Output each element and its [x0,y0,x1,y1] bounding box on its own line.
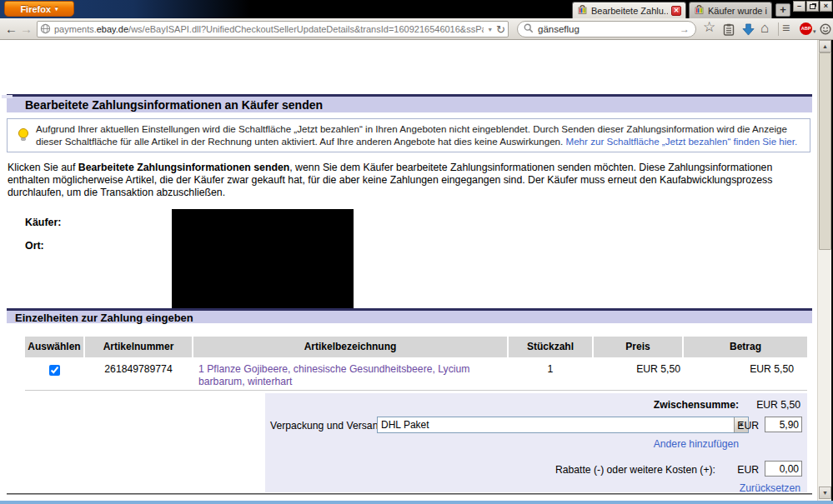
url-dropdown-button[interactable]: ▼ [487,27,493,32]
close-button[interactable]: × [820,1,832,12]
notice-link[interactable]: Mehr zur Schaltfläche „Jetzt bezahlen“ f… [566,136,798,147]
toolbar-separator [778,22,779,36]
url-domain: ebay.de [97,24,128,34]
scroll-down-button[interactable]: ▼ [819,487,831,499]
cell-price: EUR 5,50 [594,357,682,390]
scroll-up-button[interactable]: ▲ [819,40,831,52]
scrollbar-thumb[interactable] [819,52,831,250]
tab-bearbeitete-zahlungsinformationen[interactable]: Bearbeitete Zahlu... ✕ [572,2,686,18]
shipping-method-select[interactable]: DHL Paket ▼ [377,417,749,433]
discount-label: Rabatte (-) oder weitere Kosten (+): [555,464,715,476]
back-button[interactable]: ← [5,22,18,37]
bookmark-star-icon[interactable]: ☆ [703,20,715,35]
tab-title: Käufer wurde infor... [708,6,767,16]
restore-icon [810,4,815,9]
header-artikelbezeichnung: Artikelbezeichnung [193,337,507,357]
buyer-label: Käufer: [25,217,61,228]
search-input-value[interactable]: gänseflug [538,24,675,34]
header-preis: Preis [594,337,682,357]
bookmarks-list-icon[interactable] [723,23,735,39]
firefox-button-label: Firefox [20,4,51,14]
shipping-method-value: DHL Paket [378,419,734,431]
search-go-button[interactable]: → [680,23,690,35]
downloads-icon[interactable] [742,23,755,39]
chevron-down-icon: ▾ [55,6,58,12]
select-item-checkbox[interactable] [49,365,60,376]
currency-label: EUR [737,420,759,432]
cell-select [25,357,83,390]
lightbulb-icon [18,127,29,147]
reload-button[interactable]: ↻ [496,24,505,35]
tab-close-button[interactable]: ✕ [671,6,681,16]
table-row: 261849789774 1 Pflanze Gojibeere, chines… [25,357,807,391]
currency-label: EUR [737,464,759,476]
vertical-scrollbar[interactable]: ▲ ▼ [817,40,831,501]
heading-dash [2,95,13,98]
shipping-cost-input[interactable] [765,417,802,432]
cell-item-title: 1 Pflanze Gojibeere, chinesische Gesundh… [193,357,507,390]
header-stueckzahl: Stückzahl [509,337,592,357]
adblock-plus-icon[interactable]: ABP [800,22,812,35]
location-label: Ort: [25,240,44,252]
url-text: payments.ebay.de/ws/eBayISAPI.dll?Unifie… [54,24,484,34]
window-controls: – × [793,1,832,12]
ebay-favicon [577,4,588,17]
search-icon [524,23,534,35]
header-betrag: Betrag [684,337,807,357]
bottom-divider [7,493,812,495]
payment-summary-panel: Zwischensumme: EUR 5,50 Verpackung und V… [265,393,807,492]
url-prefix: payments. [54,24,97,34]
window-bottom-frame [0,501,833,504]
redacted-buyer-info [172,209,354,308]
subtotal-label: Zwischensumme: [654,399,739,411]
discount-input[interactable] [765,461,802,477]
titlebar: Firefox ▾ Bearbeitete Zahlu... ✕ [0,0,833,18]
tab-title: Bearbeitete Zahlu... [591,6,668,16]
intro-before: Klicken Sie auf [8,162,78,173]
payment-items-table: Auswählen Artikelnummer Artikelbezeichnu… [25,337,807,391]
reset-link[interactable]: Zurücksetzen [740,482,800,494]
feedback-smiley-icon[interactable] [820,23,831,38]
intro-bold: Bearbeitete Zahlungsinformationen senden [78,162,290,173]
cell-amount: EUR 5,50 [684,357,807,390]
forward-button: → [20,22,33,37]
menu-icon[interactable]: ≡ [782,21,790,36]
minimize-button[interactable]: – [793,1,805,12]
cell-item-number: 261849789774 [85,357,192,390]
search-bar[interactable]: gänseflug → [517,21,696,37]
intro-paragraph: Klicken Sie auf Bearbeitete Zahlungsinfo… [8,162,806,199]
home-icon[interactable]: ⌂ [760,21,769,36]
new-tab-button[interactable]: + [775,3,790,17]
section-heading: Einzelheiten zur Zahlung eingeben [7,308,812,323]
add-other-link[interactable]: Andere hinzufügen [654,438,739,450]
firefox-menu-button[interactable]: Firefox ▾ [4,1,74,17]
url-bar[interactable]: payments.ebay.de/ws/eBayISAPI.dll?Unifie… [37,21,509,37]
notice-box: Aufgrund Ihrer aktuellen Einstellungen w… [7,118,810,152]
item-title-link[interactable]: 1 Pflanze Gojibeere, chinesische Gesundh… [198,363,469,387]
table-header-row: Auswählen Artikelnummer Artikelbezeichnu… [25,337,807,357]
page-content: Bearbeitete Zahlungsinformationen an Käu… [0,40,817,501]
cell-quantity: 1 [509,357,592,390]
page-title: Bearbeitete Zahlungsinformationen an Käu… [7,94,812,112]
subtotal-value: EUR 5,50 [756,399,800,411]
globe-icon [40,23,51,36]
restore-button[interactable] [806,1,819,12]
shipping-label: Verpackung und Versand: [270,420,387,432]
adblock-caret-icon[interactable]: ▾ [813,24,816,39]
url-path: /ws/eBayISAPI.dll?UnifiedCheckoutSellerU… [128,24,484,34]
header-artikelnummer: Artikelnummer [85,337,192,357]
tab-kaeufer-wurde-informiert[interactable]: Käufer wurde infor... [689,2,772,18]
ebay-favicon [694,4,705,17]
header-auswaehlen: Auswählen [25,337,83,357]
